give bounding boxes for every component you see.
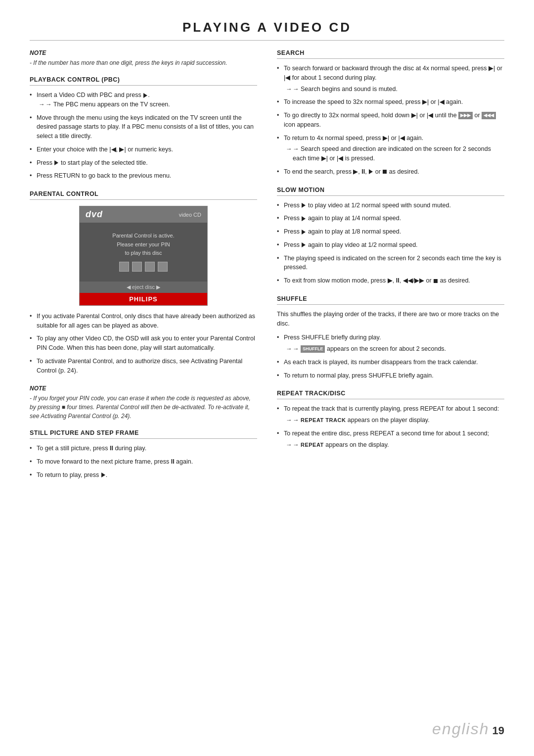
list-item: To increase the speed to 32x normal spee… bbox=[277, 97, 504, 107]
list-item: Press SHUFFLE briefly during play. → SHU… bbox=[277, 333, 504, 354]
arrow-item: → The PBC menu appears on the TV screen. bbox=[37, 100, 257, 109]
left-column: NOTE - If the number has more than one d… bbox=[30, 49, 257, 490]
shuffle-icon-box: SHUFFLE bbox=[301, 345, 325, 353]
section-slow-motion: SLOW MOTION Press to play video at 1/2 n… bbox=[277, 187, 504, 285]
play-icon bbox=[54, 160, 58, 165]
section-still-picture: STILL PICTURE AND STEP FRAME To get a st… bbox=[30, 429, 257, 479]
search-title: SEARCH bbox=[277, 49, 504, 59]
diagram-message-line1: Parental Control is active. bbox=[85, 232, 202, 240]
playback-control-list: Insert a Video CD with PBC and press . →… bbox=[30, 91, 257, 181]
stop-icon bbox=[383, 170, 387, 174]
section-playback-control: PLAYBACK CONTROL (PBC) Insert a Video CD… bbox=[30, 76, 257, 181]
pin-box-2 bbox=[132, 262, 142, 272]
fwd-icon: ▶▶▶ bbox=[458, 112, 473, 120]
list-item: Enter your choice with the |◀, ▶| or num… bbox=[30, 145, 257, 154]
play-icon bbox=[302, 230, 306, 235]
repeat-label: REPEAT bbox=[301, 442, 324, 448]
parental-control-list: If you activate Parental Control, only d… bbox=[30, 312, 257, 376]
repeat-list: To repeat the track that is currently pl… bbox=[277, 404, 504, 449]
play-icon bbox=[143, 93, 147, 98]
list-item: Insert a Video CD with PBC and press . →… bbox=[30, 91, 257, 109]
section-shuffle: SHUFFLE This shuffles the playing order … bbox=[277, 295, 504, 380]
pin-box-1 bbox=[119, 262, 129, 272]
list-item: To return to 4x normal speed, press ▶| o… bbox=[277, 134, 504, 163]
page: PLAYING A VIDEO CD NOTE - If the number … bbox=[0, 0, 534, 756]
stop-icon bbox=[434, 279, 438, 283]
arrow-item: → REPEAT appears on the display. bbox=[284, 440, 504, 450]
right-column: SEARCH To search forward or backward thr… bbox=[277, 49, 504, 490]
play-icon bbox=[302, 203, 306, 208]
list-item: Press again to play at 1/8 normal speed. bbox=[277, 227, 504, 236]
arrow-item: → Search speed and direction are indicat… bbox=[284, 144, 504, 163]
rew-icon: ◀◀◀ bbox=[482, 112, 496, 120]
list-item: If you activate Parental Control, only d… bbox=[30, 312, 257, 331]
note-bottom: NOTE - If you forget your PIN code, you … bbox=[30, 385, 257, 421]
search-list: To search forward or backward through th… bbox=[277, 64, 504, 177]
note-bottom-text: - If you forget your PIN code, you can e… bbox=[30, 394, 257, 421]
slow-motion-list: Press to play video at 1/2 normal speed … bbox=[277, 201, 504, 285]
list-item: As each track is played, its number disa… bbox=[277, 358, 504, 367]
dvd-logo: dvd bbox=[86, 209, 103, 220]
diagram-message-line2: Please enter your PIN bbox=[85, 240, 202, 249]
list-item: Press again to play at 1/4 normal speed. bbox=[277, 214, 504, 223]
pin-boxes bbox=[85, 262, 202, 272]
list-item: To get a still picture, press II during … bbox=[30, 444, 257, 453]
footer-language: english bbox=[432, 720, 489, 738]
list-item: To return to normal play, press SHUFFLE … bbox=[277, 371, 504, 380]
repeat-track-label: REPEAT TRACK bbox=[301, 417, 346, 423]
parental-control-diagram: dvd video CD Parental Control is active.… bbox=[79, 206, 208, 306]
list-item: To end the search, press ▶, II, or as de… bbox=[277, 167, 504, 177]
play-icon bbox=[369, 169, 373, 174]
note-top-label: NOTE bbox=[30, 49, 257, 56]
list-item: To repeat the track that is currently pl… bbox=[277, 404, 504, 425]
section-repeat: REPEAT TRACK/DISC To repeat the track th… bbox=[277, 390, 504, 449]
playback-control-title: PLAYBACK CONTROL (PBC) bbox=[30, 76, 257, 86]
diagram-message-line3: to play this disc bbox=[85, 249, 202, 258]
pause-symbol: II bbox=[171, 458, 175, 465]
list-item: To play any other Video CD, the OSD will… bbox=[30, 334, 257, 353]
list-item: To return to play, press . bbox=[30, 471, 257, 480]
philips-brand: PHILIPS bbox=[80, 293, 207, 305]
still-picture-list: To get a still picture, press II during … bbox=[30, 444, 257, 479]
list-item: Move through the menu using the keys ind… bbox=[30, 113, 257, 141]
list-item: The playing speed is indicated on the sc… bbox=[277, 254, 504, 273]
still-picture-title: STILL PICTURE AND STEP FRAME bbox=[30, 429, 257, 439]
list-item: To go directly to 32x normal speed, hold… bbox=[277, 111, 504, 130]
section-search: SEARCH To search forward or backward thr… bbox=[277, 49, 504, 177]
diagram-top-bar: dvd video CD bbox=[80, 206, 207, 223]
list-item: Press RETURN to go back to the previous … bbox=[30, 171, 257, 181]
arrow-item: → SHUFFLE appears on the screen for abou… bbox=[284, 344, 504, 354]
video-cd-label: video CD bbox=[179, 212, 201, 218]
play-icon bbox=[302, 242, 306, 247]
diagram-body: Parental Control is active. Please enter… bbox=[80, 223, 207, 282]
list-item: To move forward to the next picture fram… bbox=[30, 457, 257, 467]
arrow-item: → Search begins and sound is muted. bbox=[284, 85, 504, 94]
shuffle-intro: This shuffles the playing order of the t… bbox=[277, 310, 504, 329]
play-icon bbox=[302, 216, 306, 221]
list-item: Press again to play video at 1/2 normal … bbox=[277, 240, 504, 250]
diagram-eject-bar: ◀ eject disc ▶ bbox=[80, 282, 207, 293]
list-item: To search forward or backward through th… bbox=[277, 64, 504, 94]
parental-control-title: PARENTAL CONTROL bbox=[30, 190, 257, 200]
pin-box-4 bbox=[158, 262, 168, 272]
list-item: To exit from slow motion mode, press ▶, … bbox=[277, 276, 504, 285]
note-top-text: - If the number has more than one digit,… bbox=[30, 58, 257, 67]
note-bottom-label: NOTE bbox=[30, 385, 257, 392]
page-footer: english 19 bbox=[432, 720, 504, 738]
pin-box-3 bbox=[145, 262, 155, 272]
footer-page-number: 19 bbox=[492, 724, 504, 737]
play-icon bbox=[101, 472, 105, 477]
slow-motion-title: SLOW MOTION bbox=[277, 187, 504, 196]
repeat-title: REPEAT TRACK/DISC bbox=[277, 390, 504, 399]
list-item: To activate Parental Control, and to aut… bbox=[30, 357, 257, 376]
page-title: PLAYING A VIDEO CD bbox=[30, 20, 504, 41]
shuffle-title: SHUFFLE bbox=[277, 295, 504, 305]
pause-symbol: II bbox=[110, 445, 113, 452]
list-item: Press to start play of the selected titl… bbox=[30, 158, 257, 168]
shuffle-list: Press SHUFFLE briefly during play. → SHU… bbox=[277, 333, 504, 380]
list-item: To repeat the entire disc, press REPEAT … bbox=[277, 429, 504, 450]
content-columns: NOTE - If the number has more than one d… bbox=[30, 49, 504, 490]
list-item: Press to play video at 1/2 normal speed … bbox=[277, 201, 504, 210]
note-top: NOTE - If the number has more than one d… bbox=[30, 49, 257, 67]
arrow-item: → REPEAT TRACK appears on the player dis… bbox=[284, 416, 504, 425]
